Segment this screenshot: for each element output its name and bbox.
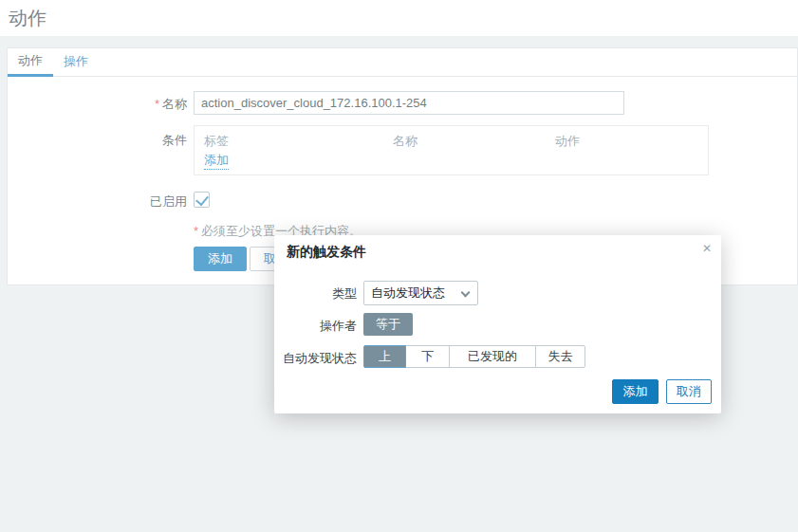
discovery-status-segments: 上 下 已发现的 失去 <box>363 345 585 368</box>
discovery-status-label: 自动发现状态 <box>274 350 357 367</box>
type-select-value: 自动发现状态 <box>371 285 445 300</box>
new-condition-dialog: 新的触发条件 ✕ 类型 自动发现状态 操作者 等于 自动发现状态 上 下 已发现… <box>274 235 721 413</box>
operator-equals-button[interactable]: 等于 <box>363 313 413 336</box>
chevron-down-icon <box>461 288 471 298</box>
segment-discovered[interactable]: 已发现的 <box>449 345 536 368</box>
close-icon[interactable]: ✕ <box>702 242 712 255</box>
type-select[interactable]: 自动发现状态 <box>363 281 478 305</box>
dialog-add-button[interactable]: 添加 <box>612 379 659 404</box>
segment-lost[interactable]: 失去 <box>535 345 585 368</box>
dialog-title: 新的触发条件 <box>287 244 366 261</box>
segment-up[interactable]: 上 <box>363 345 406 368</box>
operator-label: 操作者 <box>274 318 357 335</box>
dialog-cancel-button[interactable]: 取消 <box>666 379 712 404</box>
type-label: 类型 <box>274 285 357 303</box>
segment-down[interactable]: 下 <box>405 345 450 368</box>
